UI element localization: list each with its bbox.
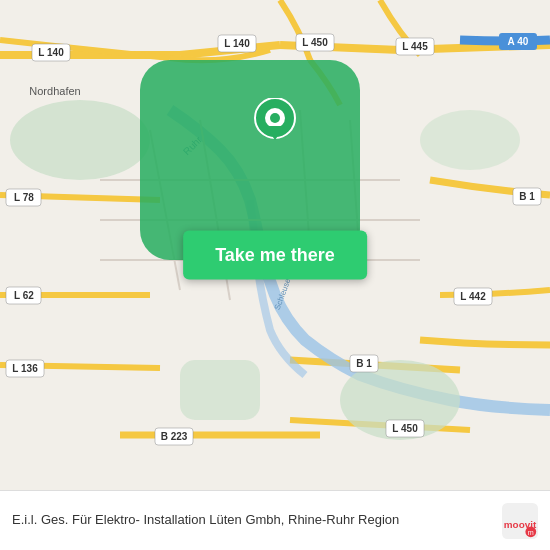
svg-text:L 140: L 140 bbox=[38, 47, 64, 58]
svg-text:L 62: L 62 bbox=[14, 290, 34, 301]
moovit-logo: moovit m bbox=[502, 503, 538, 539]
svg-text:m: m bbox=[528, 528, 534, 537]
moovit-icon: moovit m bbox=[502, 503, 538, 539]
svg-text:L 450: L 450 bbox=[392, 423, 418, 434]
svg-text:L 136: L 136 bbox=[12, 363, 38, 374]
svg-text:L 450: L 450 bbox=[302, 37, 328, 48]
svg-text:Nordhafen: Nordhafen bbox=[29, 85, 80, 97]
svg-text:B 1: B 1 bbox=[519, 191, 535, 202]
svg-point-12 bbox=[420, 110, 520, 170]
svg-text:L 140: L 140 bbox=[224, 38, 250, 49]
location-description: E.i.l. Ges. Für Elektro- Installation Lü… bbox=[12, 511, 492, 529]
svg-text:L 442: L 442 bbox=[460, 291, 486, 302]
svg-text:L 445: L 445 bbox=[402, 41, 428, 52]
svg-text:A 40: A 40 bbox=[508, 36, 529, 47]
map-container: L 140 L 140 L 450 L 445 A 40 L 78 L 62 L… bbox=[0, 0, 550, 490]
svg-point-9 bbox=[10, 100, 150, 180]
map-pin bbox=[253, 98, 297, 157]
take-me-there-button[interactable]: Take me there bbox=[183, 230, 367, 279]
svg-rect-11 bbox=[180, 360, 260, 420]
bottom-bar: E.i.l. Ges. Für Elektro- Installation Lü… bbox=[0, 490, 550, 550]
svg-point-53 bbox=[270, 113, 280, 123]
svg-text:L 78: L 78 bbox=[14, 192, 34, 203]
svg-text:B 1: B 1 bbox=[356, 358, 372, 369]
svg-text:B 223: B 223 bbox=[161, 431, 188, 442]
